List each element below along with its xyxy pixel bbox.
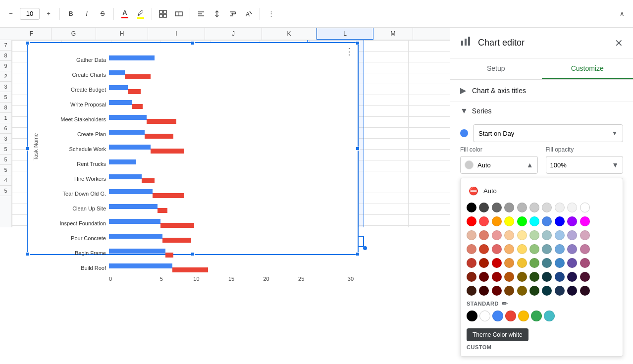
color-gray[interactable]	[504, 203, 514, 212]
color-magenta[interactable]	[580, 216, 590, 226]
color-purple[interactable]	[567, 216, 577, 226]
col-header-m[interactable]: M	[373, 28, 413, 40]
color-red-2[interactable]	[479, 216, 489, 226]
color-dark-orange-1[interactable]	[467, 258, 476, 268]
color-dark-pink[interactable]	[580, 258, 590, 268]
row-num-5b[interactable]: 5	[0, 144, 11, 155]
zoom-in-button[interactable]: +	[42, 7, 55, 21]
row-num-4[interactable]: 4	[0, 175, 11, 186]
resize-handle-tr[interactable]	[356, 41, 360, 45]
col-header-g[interactable]: G	[52, 28, 96, 40]
col-header-j[interactable]: J	[205, 28, 262, 40]
col-header-i[interactable]: I	[148, 28, 205, 40]
std-color-white[interactable]	[479, 311, 490, 321]
row-num-3b[interactable]: 3	[0, 134, 11, 144]
resize-handle-bl[interactable]	[26, 252, 30, 256]
chart-axis-titles-section[interactable]: ▶ Chart & axis titles	[450, 80, 633, 102]
col-header-h[interactable]: H	[96, 28, 148, 40]
color-light-orange-1[interactable]	[467, 230, 476, 240]
color-darkest-yellow[interactable]	[517, 286, 527, 296]
color-darker-orange-1[interactable]	[467, 272, 476, 282]
color-light-yellow[interactable]	[517, 230, 527, 240]
color-med-red-1[interactable]	[479, 244, 489, 254]
color-light-pink[interactable]	[580, 230, 590, 240]
color-dark-yellow[interactable]	[517, 258, 527, 268]
collapse-button[interactable]: ∧	[615, 7, 629, 21]
edit-icon[interactable]: ✏	[502, 300, 508, 308]
row-num-9[interactable]: 9	[0, 61, 11, 71]
row-num-5d[interactable]: 5	[0, 165, 11, 175]
row-num-8b[interactable]: 8	[0, 103, 11, 113]
color-darker-red-2[interactable]	[492, 272, 502, 282]
auto-option[interactable]: ⛔ Auto	[467, 184, 617, 198]
color-dark-purple[interactable]	[567, 258, 577, 268]
rotate-button[interactable]: A	[242, 7, 256, 21]
color-dark-orange-2[interactable]	[504, 258, 514, 268]
row-num-7[interactable]: 7	[0, 40, 11, 51]
col-header-l[interactable]: L	[316, 28, 373, 40]
color-med-teal[interactable]	[542, 244, 552, 254]
tab-customize[interactable]: Customize	[542, 58, 633, 79]
color-light-gray-1[interactable]	[529, 203, 539, 212]
fill-color-control[interactable]: Auto ▲	[460, 156, 538, 174]
color-yellow[interactable]	[504, 216, 514, 226]
std-color-yellow[interactable]	[518, 311, 529, 321]
fill-color-button[interactable]: 🖊	[134, 7, 148, 21]
color-med-green[interactable]	[529, 244, 539, 254]
color-darkest-pink[interactable]	[580, 286, 590, 296]
italic-button[interactable]: I	[80, 7, 94, 21]
resize-handle-mr[interactable]	[356, 147, 360, 151]
tab-setup[interactable]: Setup	[450, 58, 542, 79]
strikethrough-button[interactable]: S	[96, 7, 109, 21]
color-med-yellow[interactable]	[517, 244, 527, 254]
std-color-red[interactable]	[505, 311, 516, 321]
color-med-orange-2[interactable]	[504, 244, 514, 254]
borders-button[interactable]	[156, 7, 170, 21]
color-med-purple[interactable]	[567, 244, 577, 254]
color-lighter-gray[interactable]	[555, 203, 565, 212]
color-med-blue[interactable]	[555, 244, 565, 254]
close-button[interactable]: ✕	[615, 37, 623, 49]
color-medium-gray[interactable]	[517, 203, 527, 212]
series-header[interactable]: ▼ Series	[460, 102, 623, 120]
color-darkest-teal[interactable]	[542, 286, 552, 296]
color-darkest-purple[interactable]	[567, 286, 577, 296]
color-med-orange-1[interactable]	[467, 244, 476, 254]
bold-button[interactable]: B	[64, 7, 78, 21]
color-dark-red-1[interactable]	[479, 258, 489, 268]
color-darker-blue[interactable]	[555, 272, 565, 282]
text-color-button[interactable]: A	[118, 7, 132, 21]
color-dark-green[interactable]	[529, 258, 539, 268]
row-num-5e[interactable]: 5	[0, 186, 11, 196]
color-darker-purple[interactable]	[567, 272, 577, 282]
color-darkest-blue[interactable]	[555, 286, 565, 296]
color-med-pink[interactable]	[580, 244, 590, 254]
color-light-purple[interactable]	[567, 230, 577, 240]
row-num-5c[interactable]: 5	[0, 155, 11, 165]
color-black[interactable]	[467, 203, 476, 212]
color-darkest-orange-2[interactable]	[504, 286, 514, 296]
color-darkest-red-2[interactable]	[492, 286, 502, 296]
color-light-red-1[interactable]	[479, 230, 489, 240]
color-red-1[interactable]	[467, 216, 476, 226]
row-num-6[interactable]: 6	[0, 123, 11, 134]
color-white[interactable]	[580, 203, 590, 212]
color-dark-gray-1[interactable]	[479, 203, 489, 212]
color-light-orange-2[interactable]	[504, 230, 514, 240]
color-darkest-green[interactable]	[529, 286, 539, 296]
opacity-control[interactable]: 100% ▼	[546, 156, 624, 174]
chart-container[interactable]: ⋮ Task Name	[27, 42, 359, 255]
color-dark-gray-2[interactable]	[492, 203, 502, 212]
zoom-out-button[interactable]: −	[4, 7, 18, 21]
row-num-8[interactable]: 8	[0, 51, 11, 61]
row-num-3[interactable]: 3	[0, 82, 11, 92]
color-light-red-2[interactable]	[492, 230, 502, 240]
color-blue-2[interactable]	[555, 216, 565, 226]
color-darker-orange-2[interactable]	[504, 272, 514, 282]
std-color-black[interactable]	[467, 311, 477, 321]
color-orange[interactable]	[492, 216, 502, 226]
color-darker-teal[interactable]	[542, 272, 552, 282]
resize-handle-ml[interactable]	[26, 147, 30, 151]
std-color-green[interactable]	[531, 311, 542, 321]
wrap-button[interactable]	[226, 7, 240, 21]
